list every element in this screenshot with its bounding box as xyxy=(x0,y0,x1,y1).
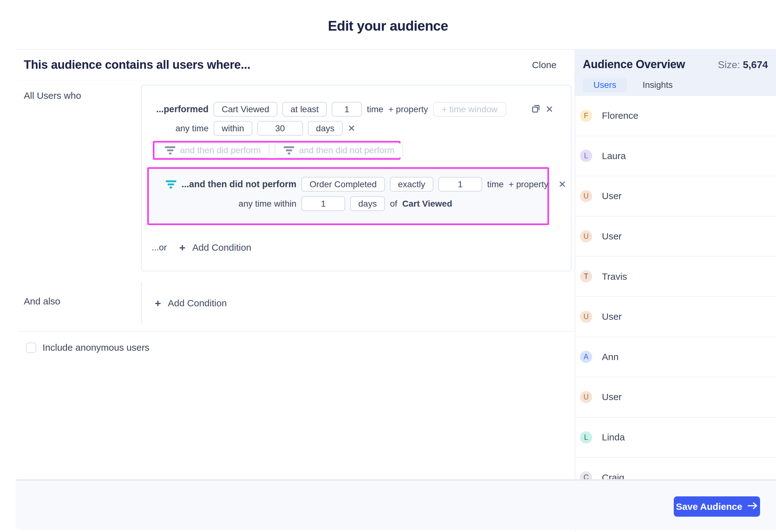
plus-icon: + xyxy=(179,242,185,253)
add-property-button[interactable]: + property xyxy=(509,180,548,190)
event-select[interactable]: Order Completed xyxy=(302,177,385,192)
time-value-input[interactable] xyxy=(302,196,345,211)
and-then-did-not-perform-button[interactable]: and then did not perform xyxy=(274,143,403,158)
clone-button[interactable]: Clone xyxy=(532,60,557,70)
save-audience-label: Save Audience xyxy=(676,501,742,512)
within-select[interactable]: within xyxy=(214,121,252,136)
count-input[interactable] xyxy=(332,102,362,116)
user-name: Travis xyxy=(602,271,627,282)
list-item[interactable]: L Laura xyxy=(575,136,776,177)
count-input[interactable] xyxy=(438,177,482,192)
avatar: F xyxy=(580,110,592,122)
remove-condition-button[interactable]: ✕ xyxy=(558,180,566,189)
add-condition-label: Add Condition xyxy=(168,298,227,308)
remove-time-window-button[interactable]: ✕ xyxy=(348,124,356,133)
size-value: 5,674 xyxy=(743,59,768,70)
include-anonymous-label: Include anonymous users xyxy=(42,342,150,353)
time-window-button[interactable]: + time window xyxy=(433,102,506,116)
performed-label: ...performed xyxy=(153,104,209,114)
time-suffix-label: time xyxy=(487,180,504,190)
avatar: U xyxy=(580,311,592,323)
condition-group-card: ...performed Cart Viewed at least time +… xyxy=(141,85,572,271)
user-list: F Florence L Laura U User U User T Travi… xyxy=(575,96,776,532)
avatar: U xyxy=(580,230,592,243)
add-condition-button[interactable]: + Add Condition xyxy=(179,242,251,253)
tab-insights[interactable]: Insights xyxy=(632,78,684,92)
list-item[interactable]: L Linda xyxy=(575,418,776,458)
plus-icon: + xyxy=(155,298,161,308)
user-name: User xyxy=(602,311,621,322)
condition2-time-row: any time within days of Cart Viewed xyxy=(160,196,536,211)
event-select[interactable]: Cart Viewed xyxy=(214,102,277,116)
section-label-all-users: All Users who xyxy=(24,90,81,101)
size-label: Size: xyxy=(718,59,740,70)
ghost-button-label: and then did perform xyxy=(180,145,261,155)
any-time-within-label: any time within xyxy=(160,199,297,209)
condition1-main-row: ...performed Cart Viewed at least time +… xyxy=(142,102,571,116)
audience-overview-sidebar: Audience Overview Size: 5,674 Users Insi… xyxy=(575,49,776,532)
condition2-main-row: ...and then did not perform Order Comple… xyxy=(160,177,536,192)
user-name: Ann xyxy=(602,352,618,362)
funnel-icon xyxy=(165,180,177,189)
operator-select[interactable]: exactly xyxy=(390,177,433,192)
list-item[interactable]: U User xyxy=(575,176,776,217)
avatar: U xyxy=(580,190,592,202)
list-item[interactable]: U User xyxy=(575,377,776,418)
user-name: User xyxy=(602,191,621,201)
and-also-section: + Add Condition xyxy=(141,282,335,324)
funnel-icon xyxy=(165,146,176,155)
sidebar-header-top: Audience Overview Size: 5,674 xyxy=(583,58,768,71)
copy-icon xyxy=(531,104,541,114)
nested-condition-highlight: ...and then did not perform Order Comple… xyxy=(147,167,549,225)
condition2-lead: ...and then did not perform xyxy=(160,179,297,190)
sidebar-header: Audience Overview Size: 5,674 Users Insi… xyxy=(575,50,776,96)
user-name: User xyxy=(602,391,621,402)
audience-size: Size: 5,674 xyxy=(718,59,768,71)
and-then-did-perform-button[interactable]: and then did perform xyxy=(156,143,269,158)
remove-condition-button[interactable]: ✕ xyxy=(546,105,553,114)
or-label: ...or xyxy=(152,243,167,253)
audience-builder-panel: This audience contains all users where..… xyxy=(17,49,575,332)
avatar: L xyxy=(580,431,592,444)
or-add-condition-row: ...or + Add Condition xyxy=(152,242,571,253)
sequence-options-highlight: and then did perform and then did not pe… xyxy=(153,141,400,160)
time-value-input[interactable] xyxy=(257,121,303,136)
save-audience-button[interactable]: Save Audience xyxy=(674,496,760,517)
section-label-and-also: And also xyxy=(24,296,60,307)
list-item[interactable]: U User xyxy=(575,297,776,337)
anchor-event-label: Cart Viewed xyxy=(402,199,452,209)
include-anonymous-checkbox[interactable] xyxy=(26,342,36,353)
add-condition-label: Add Condition xyxy=(192,242,251,253)
any-time-label: any time xyxy=(153,123,209,134)
user-name: Laura xyxy=(602,151,626,161)
of-label: of xyxy=(390,199,397,209)
avatar: L xyxy=(580,150,592,162)
close-icon: ✕ xyxy=(546,105,553,114)
close-icon: ✕ xyxy=(348,124,356,133)
footer-bar: Save Audience xyxy=(16,479,776,530)
list-item[interactable]: U User xyxy=(575,217,776,257)
add-property-button[interactable]: + property xyxy=(388,104,428,114)
page-title: Edit your audience xyxy=(0,18,776,34)
avatar: U xyxy=(580,391,592,403)
list-item[interactable]: T Travis xyxy=(575,257,776,297)
builder-header: This audience contains all users where..… xyxy=(17,50,575,80)
avatar: A xyxy=(580,351,592,363)
time-unit-select[interactable]: days xyxy=(350,196,385,211)
operator-select[interactable]: at least xyxy=(282,102,327,116)
list-item[interactable]: A Ann xyxy=(575,337,776,377)
add-condition-button[interactable]: + Add Condition xyxy=(155,298,227,308)
sidebar-tabs: Users Insights xyxy=(583,78,768,92)
user-name: User xyxy=(602,231,621,242)
time-suffix-label: time xyxy=(367,104,383,114)
time-unit-select[interactable]: days xyxy=(308,121,343,136)
did-not-perform-label: ...and then did not perform xyxy=(182,179,297,190)
avatar: T xyxy=(580,270,592,283)
funnel-icon xyxy=(283,146,295,155)
duplicate-condition-button[interactable] xyxy=(531,104,541,114)
tab-users[interactable]: Users xyxy=(583,78,627,92)
sidebar-title: Audience Overview xyxy=(583,58,685,71)
close-icon: ✕ xyxy=(558,180,566,189)
condition1-time-row: any time within days ✕ xyxy=(142,121,571,136)
list-item[interactable]: F Florence xyxy=(575,96,776,136)
